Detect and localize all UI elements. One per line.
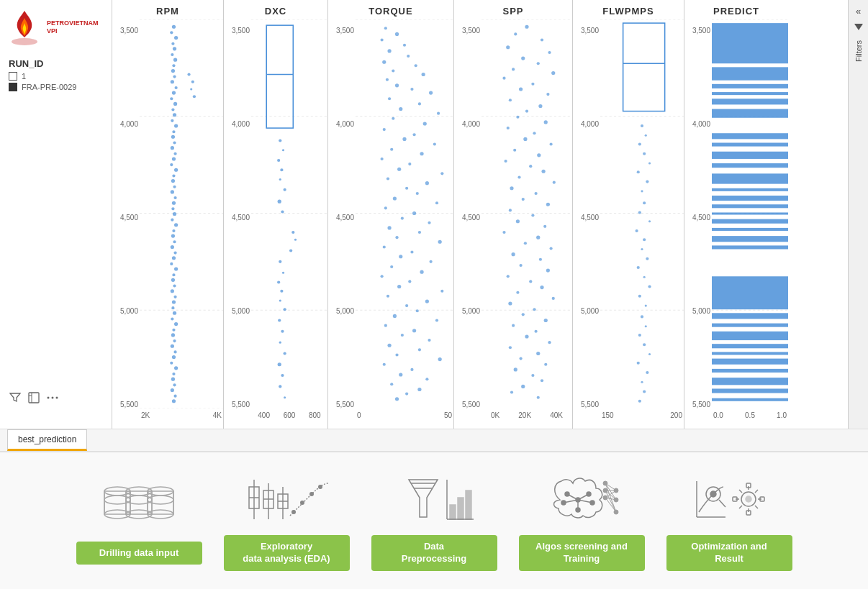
svg-point-108 — [279, 342, 281, 344]
svg-point-77 — [173, 395, 176, 398]
svg-point-145 — [408, 163, 411, 165]
svg-point-52 — [172, 256, 176, 260]
svg-point-205 — [512, 68, 515, 70]
svg-point-183 — [418, 348, 421, 351]
more-icon[interactable] — [46, 391, 59, 407]
svg-point-236 — [536, 236, 540, 239]
rpm-x-axis: 2K 4K — [140, 408, 223, 429]
spp-header: SPP — [454, 0, 572, 19]
svg-point-276 — [648, 163, 651, 165]
svg-point-188 — [399, 373, 402, 376]
svg-point-143 — [420, 152, 423, 155]
svg-point-56 — [171, 278, 175, 282]
svg-point-75 — [173, 383, 176, 386]
svg-point-234 — [543, 225, 546, 228]
svg-rect-320 — [712, 212, 788, 214]
svg-rect-319 — [712, 204, 788, 208]
expand-icon[interactable] — [27, 391, 40, 407]
svg-point-177 — [435, 319, 438, 321]
optimization-label[interactable]: Optimization and Result — [666, 535, 792, 571]
chevron-double-left-icon[interactable]: « — [856, 6, 861, 17]
svg-point-102 — [277, 280, 280, 283]
svg-point-155 — [412, 211, 416, 215]
svg-point-272 — [641, 124, 643, 127]
predict-chart — [712, 19, 788, 408]
svg-point-192 — [405, 393, 408, 396]
svg-point-131 — [429, 91, 433, 95]
svg-point-50 — [171, 245, 174, 249]
svg-point-64 — [174, 322, 178, 326]
svg-rect-312 — [712, 133, 788, 139]
optimization-icon — [686, 470, 772, 528]
svg-point-202 — [548, 51, 551, 54]
svg-point-10 — [172, 25, 176, 29]
svg-point-21 — [175, 86, 178, 89]
svg-point-261 — [531, 374, 534, 377]
svg-point-119 — [395, 32, 399, 36]
svg-point-238 — [550, 247, 553, 250]
svg-point-216 — [507, 127, 510, 129]
workflow-area: Drilling data input — [0, 452, 868, 589]
algos-label[interactable]: Algos screening and Training — [519, 535, 645, 571]
svg-point-113 — [284, 396, 286, 398]
eda-label[interactable]: Exploratory data analysis (EDA) — [224, 535, 350, 571]
svg-point-225 — [517, 175, 520, 178]
right-filter-panel: « Filters — [848, 0, 868, 429]
workflow-step-drilling: Drilling data input — [76, 477, 202, 565]
svg-point-157 — [428, 222, 430, 224]
svg-point-101 — [282, 272, 284, 274]
svg-point-14 — [173, 47, 176, 50]
svg-rect-1 — [29, 393, 39, 403]
svg-point-154 — [384, 206, 387, 209]
svg-point-0 — [12, 38, 37, 45]
svg-point-170 — [397, 285, 401, 288]
svg-rect-324 — [712, 245, 788, 249]
svg-point-104 — [279, 299, 281, 301]
svg-point-252 — [512, 324, 515, 327]
predict-header: PREDICT — [684, 0, 788, 19]
svg-point-180 — [401, 334, 404, 337]
svg-point-290 — [638, 295, 641, 298]
filter-icon[interactable] — [9, 391, 22, 407]
svg-rect-306 — [712, 23, 788, 63]
dxc-chart — [251, 19, 327, 408]
svg-point-224 — [541, 170, 545, 173]
charts-container: RPM 3,500 4,000 4,500 5,000 5,500 — [112, 0, 848, 429]
svg-point-16 — [173, 58, 177, 62]
svg-point-264 — [510, 391, 513, 394]
svg-point-47 — [172, 229, 175, 232]
svg-point-12 — [174, 36, 178, 40]
workflow-step-optimization: Optimization and Result — [666, 470, 792, 571]
svg-rect-314 — [712, 152, 788, 159]
svg-rect-318 — [712, 196, 788, 201]
svg-point-206 — [551, 71, 555, 75]
tab-best-prediction[interactable]: best_prediction — [7, 429, 87, 451]
flwpmps-column: FLWPMPS 3,500 4,000 4,500 5,000 5,500 — [572, 0, 684, 429]
chart-area: PETROVIETNAM VPI RUN_ID 1 FRA-PRE-0029 — [0, 0, 868, 429]
svg-point-221 — [537, 153, 541, 157]
preprocessing-label[interactable]: Data Preprocessing — [371, 535, 497, 571]
svg-point-193 — [395, 397, 399, 401]
svg-rect-315 — [712, 163, 788, 168]
svg-point-185 — [438, 357, 442, 361]
drilling-label[interactable]: Drilling data input — [76, 542, 202, 565]
svg-point-94 — [284, 188, 286, 191]
svg-point-178 — [384, 324, 387, 327]
svg-point-184 — [395, 353, 398, 356]
svg-point-163 — [410, 251, 413, 254]
svg-point-366 — [318, 485, 322, 489]
svg-point-44 — [173, 212, 176, 216]
svg-point-43 — [171, 207, 174, 210]
svg-point-287 — [637, 266, 640, 269]
svg-point-251 — [544, 319, 548, 322]
svg-point-132 — [388, 97, 391, 100]
svg-point-137 — [423, 122, 427, 125]
svg-point-66 — [171, 333, 175, 337]
filters-label[interactable]: Filters — [854, 40, 863, 62]
svg-point-140 — [402, 137, 406, 141]
torque-header: TORQUE — [328, 0, 453, 19]
svg-point-402 — [710, 491, 716, 497]
svg-point-26 — [173, 113, 176, 117]
svg-point-39 — [173, 186, 176, 188]
dxc-y-axis: 3,500 4,000 4,500 5,000 5,500 — [224, 27, 251, 408]
